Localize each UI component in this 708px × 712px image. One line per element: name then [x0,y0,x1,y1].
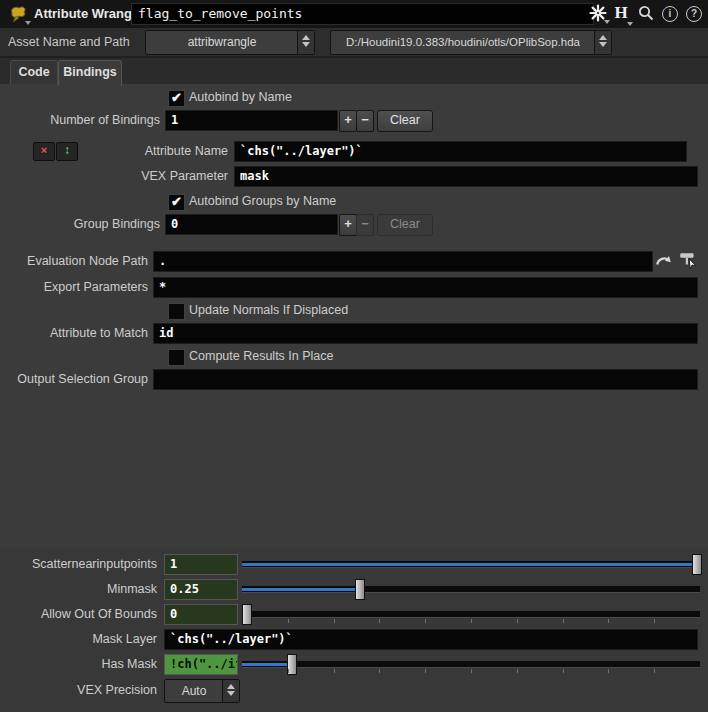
update-normals-label: Update Normals If Displaced [189,302,348,319]
minmask-slider[interactable] [242,579,700,599]
group-minus-button[interactable]: − [356,214,374,236]
slider-handle[interactable] [692,554,702,575]
tab-code[interactable]: Code [10,60,58,85]
slider-handle[interactable] [355,579,365,600]
houdini-logo-icon[interactable]: H [612,2,630,20]
bindings-plus-button[interactable]: + [339,110,357,132]
bindings-clear-button[interactable]: Clear [377,110,433,132]
has-mask-label: Has Mask [0,654,157,674]
parameter-pane: Attribute Wrangle flag_to_remove_points … [0,0,708,712]
group-clear-button[interactable]: Clear [377,214,433,236]
gear-menu-caret-icon [604,20,610,24]
vex-precision-spinner-icon[interactable] [222,680,239,702]
allow-out-of-bounds-label: Allow Out Of Bounds [0,604,157,624]
title-bar: Attribute Wrangle flag_to_remove_points … [0,0,708,28]
slider-handle[interactable] [242,604,252,625]
scatternearinputpoints-input[interactable]: 1 [164,554,238,575]
output-selection-group-input[interactable] [153,369,698,390]
tab-bindings[interactable]: Bindings [58,60,122,86]
output-selection-group-label: Output Selection Group [0,369,148,389]
vex-precision-label: VEX Precision [0,680,157,700]
group-bindings-label: Group Bindings [0,214,160,234]
vex-parameter-label: VEX Parameter [60,166,228,186]
gear-icon[interactable] [589,4,607,22]
export-parameters-input[interactable]: * [153,277,698,298]
asset-path-spinner-icon[interactable] [594,31,611,54]
scatternearinputpoints-slider[interactable] [242,554,700,574]
evaluation-node-path-input[interactable]: . [153,251,653,272]
has-mask-input[interactable]: !ch("../if [164,654,238,675]
pick-node-icon[interactable] [678,250,698,270]
minmask-input[interactable]: 0.25 [164,579,238,600]
attribute-name-input[interactable]: `chs("../layer")` [234,141,687,162]
evaluation-node-path-label: Evaluation Node Path [0,251,148,271]
autobind-by-name-label: Autobind by Name [189,89,292,106]
tab-strip: Code Bindings [0,58,708,84]
bindings-minus-button[interactable]: − [356,110,374,132]
houdini-menu-caret-icon [627,22,633,26]
asset-path-value: D:/Houdini19.0.383/houdini/otls/OPlibSop… [334,31,592,54]
autobind-groups-label: Autobind Groups by Name [189,193,336,210]
asset-name-spinner-icon[interactable] [297,31,314,54]
group-plus-button[interactable]: + [339,214,357,236]
autobind-by-name-checkbox[interactable]: ✔ [168,90,185,107]
number-of-bindings-label: Number of Bindings [0,110,160,130]
vex-precision-dropdown[interactable]: Auto [164,679,240,703]
vex-parameter-input[interactable]: mask [234,166,698,187]
allow-out-of-bounds-slider[interactable] [242,604,700,624]
node-type-label: Attribute Wrangle [34,0,143,28]
number-of-bindings-input[interactable]: 1 [165,110,338,131]
attribute-name-label: Attribute Name [60,141,228,161]
search-icon[interactable] [637,4,655,22]
asset-name-dropdown[interactable]: attribwrangle [145,30,315,55]
update-normals-checkbox[interactable] [168,303,185,320]
minmask-label: Minmask [0,579,157,599]
allow-out-of-bounds-input[interactable]: 0 [164,604,238,625]
compute-in-place-checkbox[interactable] [168,349,185,366]
help-icon[interactable]: ? [686,6,702,22]
group-bindings-input[interactable]: 0 [165,214,338,235]
export-parameters-label: Export Parameters [0,277,148,297]
asset-name-path-label: Asset Name and Path [8,28,130,56]
asset-name-value: attribwrangle [149,31,295,54]
node-menu-caret-icon [25,21,31,25]
info-icon[interactable]: i [662,6,678,22]
has-mask-slider[interactable] [242,654,700,674]
autobind-groups-checkbox[interactable]: ✔ [168,194,185,211]
jump-to-node-icon[interactable] [655,251,673,269]
asset-path-dropdown[interactable]: D:/Houdini19.0.383/houdini/otls/OPlibSop… [330,30,612,55]
mask-layer-input[interactable]: `chs("../layer")` [164,629,698,650]
asset-row: Asset Name and Path attribwrangle D:/Hou… [0,28,708,58]
bindings-panel: ✔ Autobind by Name Number of Bindings 1 … [0,84,708,712]
vex-precision-value: Auto [168,680,220,702]
spare-parameters-section: Scatternearinputpoints 1 Minmask 0.25 Al… [0,548,708,712]
attribute-to-match-input[interactable]: id [153,323,698,344]
attribute-to-match-label: Attribute to Match [0,323,148,343]
mask-layer-label: Mask Layer [0,629,157,649]
scatternearinputpoints-label: Scatternearinputpoints [0,554,157,574]
remove-binding-button[interactable]: × [33,142,55,161]
node-name-input[interactable]: flag_to_remove_points [131,3,594,25]
compute-in-place-label: Compute Results In Place [189,348,334,365]
attribute-wrangle-icon[interactable] [7,3,29,25]
